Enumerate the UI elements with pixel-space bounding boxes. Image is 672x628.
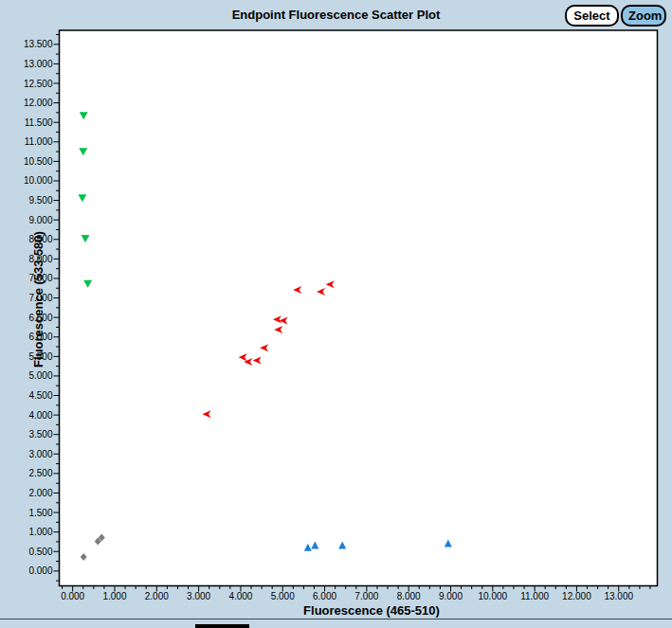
y-tick-label: 9.000	[28, 215, 52, 225]
x-tick-label: 4.000	[228, 591, 252, 601]
x-tick-label: 1.000	[102, 591, 126, 601]
bottom-partial-button[interactable]	[195, 624, 249, 628]
y-tick-label: 1.500	[28, 508, 52, 518]
y-tick-label: 3.500	[28, 429, 52, 440]
x-tick-label: 10.000	[479, 591, 508, 601]
y-tick-label: 1.000	[28, 527, 52, 537]
x-tick-label: 11.000	[520, 591, 549, 601]
y-tick-label: 2.000	[28, 488, 52, 498]
y-tick-label: 9.500	[28, 195, 52, 206]
y-tick-label: 13.500	[24, 39, 53, 49]
y-tick-label: 10.000	[24, 175, 53, 186]
y-tick-label: 10.500	[24, 156, 53, 167]
scatter-plot: 0.0001.0002.0003.0004.0005.0006.0007.000…	[0, 0, 672, 628]
x-tick-label: 12.000	[562, 591, 591, 601]
y-tick-label: 12.000	[24, 98, 53, 108]
y-axis-ticks	[54, 35, 60, 582]
x-tick-label: 5.000	[271, 591, 295, 601]
x-tick-label: 2.000	[145, 591, 169, 601]
y-tick-label: 4.000	[28, 410, 52, 421]
x-tick-label: 6.000	[313, 591, 336, 601]
y-tick-label: 0.000	[28, 565, 52, 576]
y-axis-label: Fluorescence (533-580)	[31, 231, 45, 368]
y-tick-label: 12.500	[24, 79, 53, 89]
y-tick-label: 13.000	[24, 59, 53, 69]
x-axis-tick-labels: 0.0001.0002.0003.0004.0005.0006.0007.000…	[61, 591, 633, 601]
x-tick-label: 9.000	[439, 591, 463, 601]
app-window: Endpoint Fluorescence Scatter Plot Selec…	[0, 0, 672, 628]
x-tick-label: 0.000	[61, 591, 84, 601]
y-tick-label: 2.500	[28, 468, 52, 478]
y-tick-label: 11.000	[25, 136, 53, 147]
x-axis-label: Fluorescence (465-510)	[303, 603, 440, 618]
y-tick-label: 4.500	[28, 390, 52, 401]
y-tick-label: 11.500	[25, 117, 53, 128]
x-tick-label: 8.000	[397, 591, 421, 601]
y-tick-label: 0.500	[28, 547, 52, 557]
plot-area[interactable]	[60, 30, 658, 586]
bottom-separator-line	[0, 619, 672, 619]
y-tick-label: 5.000	[28, 370, 52, 381]
x-tick-label: 3.000	[187, 591, 210, 601]
x-tick-label: 7.000	[354, 591, 378, 601]
y-tick-label: 3.000	[28, 449, 52, 459]
x-tick-label: 13.000	[604, 591, 633, 601]
